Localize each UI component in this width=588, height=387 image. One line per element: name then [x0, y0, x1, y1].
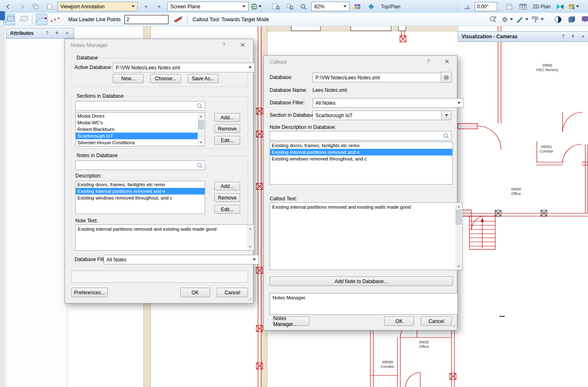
- help-icon[interactable]: ?: [44, 30, 50, 36]
- notes-search-input[interactable]: [75, 160, 205, 170]
- sheet-icon[interactable]: [504, 1, 515, 12]
- list-item-selected[interactable]: Existing internal partitions removed and…: [76, 188, 205, 195]
- navigation-diamond-icon[interactable]: [365, 1, 377, 12]
- section-add-button[interactable]: Add...: [214, 113, 240, 122]
- viewport-annotation-combo[interactable]: Viewport Annotation: [57, 2, 138, 11]
- zoom-icon[interactable]: [298, 1, 309, 12]
- note-text-scrollbar[interactable]: ▲ ▼: [247, 225, 253, 250]
- list-item[interactable]: Existing doors, frames, fanlights etc re…: [270, 142, 452, 149]
- scroll-down-icon[interactable]: ▼: [198, 139, 204, 145]
- max-leader-input[interactable]: 2: [124, 15, 169, 24]
- monitor-icon[interactable]: [580, 14, 588, 25]
- notes-manager-titlebar[interactable]: Notes Manager ? ✕: [65, 39, 253, 51]
- prev-annotation-icon[interactable]: [140, 1, 151, 12]
- database-filter-combo[interactable]: All Notes: [313, 98, 464, 108]
- fit-page-zoom-icon[interactable]: [270, 1, 282, 12]
- active-database-combo[interactable]: P:\VW Notes\Lees Notes.xml: [113, 63, 255, 72]
- fit-objects-zoom-icon[interactable]: [284, 1, 295, 12]
- zoom-level-combo[interactable]: 82%: [311, 2, 350, 11]
- plane-value: Screen Plane: [170, 4, 200, 10]
- close-icon[interactable]: ✕: [443, 58, 451, 65]
- list-item[interactable]: Modal Doors: [76, 113, 198, 119]
- choose-button[interactable]: Choose...: [150, 74, 181, 83]
- class-palette-icon[interactable]: [568, 1, 580, 12]
- eyedropper-icon[interactable]: [516, 14, 529, 25]
- cancel-button[interactable]: Cancel: [217, 288, 248, 297]
- list-item[interactable]: Existing doors, frames, fanlights etc re…: [76, 181, 205, 188]
- help-icon[interactable]: ?: [560, 34, 566, 39]
- close-icon[interactable]: ×: [580, 34, 586, 39]
- new-button[interactable]: New...: [113, 74, 144, 83]
- callout-text-area[interactable]: Existing internal partitions removed and…: [270, 202, 463, 270]
- resize-grip[interactable]: [247, 296, 252, 302]
- scroll-down-icon[interactable]: ▼: [455, 263, 462, 269]
- saved-views-icon[interactable]: [352, 1, 363, 12]
- callout-bubble-tool-button[interactable]: [3, 14, 15, 25]
- help-icon[interactable]: ?: [424, 58, 432, 64]
- section-in-database-field[interactable]: Scarborough IoT: [313, 111, 447, 120]
- next-annotation-icon[interactable]: [154, 1, 165, 12]
- utility-knife-icon[interactable]: [172, 14, 184, 25]
- keynote-tool-button[interactable]: [17, 14, 29, 25]
- grid-table-icon[interactable]: [517, 1, 529, 12]
- leader-line-mode-button[interactable]: [36, 14, 47, 25]
- section-remove-button[interactable]: Remove: [214, 124, 240, 133]
- ok-button[interactable]: OK: [384, 316, 414, 326]
- list-item[interactable]: Silvester House Conditions: [76, 139, 198, 146]
- list-item[interactable]: Existing windows removed throughout, and…: [270, 155, 452, 162]
- back-button[interactable]: [2, 1, 14, 12]
- database-settings-button[interactable]: [441, 72, 452, 83]
- add-note-to-database-button[interactable]: Add Note to Database...: [270, 276, 453, 286]
- preferences-button[interactable]: Preferences...: [71, 288, 108, 297]
- cube-icon[interactable]: [566, 14, 578, 25]
- list-item[interactable]: Modal WC's: [76, 119, 198, 126]
- document-icon[interactable]: [44, 1, 55, 12]
- render-bowtie-icon[interactable]: [554, 1, 566, 12]
- layers-icon[interactable]: [30, 1, 42, 12]
- snap-loupe-icon[interactable]: [251, 1, 262, 12]
- pin-icon[interactable]: [54, 30, 60, 36]
- ok-button[interactable]: OK: [180, 288, 210, 297]
- save-as-button[interactable]: Save As...: [188, 74, 218, 83]
- cancel-button[interactable]: Cancel: [421, 316, 452, 326]
- scroll-up-icon[interactable]: ▲: [455, 203, 462, 210]
- notes-manager-button[interactable]: Notes Manager...: [273, 316, 310, 326]
- leader-points-mode-button[interactable]: [50, 14, 61, 25]
- plane-combo[interactable]: Screen Plane: [167, 2, 248, 11]
- resize-grip[interactable]: [451, 323, 456, 329]
- pin-icon[interactable]: [570, 34, 576, 39]
- note-text-area[interactable]: Existing internal partitions removed and…: [75, 224, 254, 251]
- scroll-down-icon[interactable]: ▼: [247, 244, 253, 250]
- gear-icon[interactable]: [501, 14, 514, 25]
- database-filter-combo[interactable]: All Notes: [104, 255, 259, 264]
- section-dropdown-button[interactable]: [441, 111, 452, 120]
- sections-list-scrollbar[interactable]: ▲ ▼: [198, 113, 204, 145]
- callout-text-scrollbar[interactable]: ▲ ▼: [455, 203, 462, 269]
- visualization-palette-header[interactable]: Visualization - Cameras ? ×: [458, 31, 588, 42]
- note-edit-button[interactable]: Edit...: [214, 205, 240, 214]
- paint-roller-icon[interactable]: [531, 14, 544, 25]
- note-remove-button[interactable]: Remove: [214, 193, 240, 202]
- list-item[interactable]: Robert Blackburn: [76, 126, 198, 133]
- angle-icon[interactable]: [461, 1, 473, 12]
- forward-button[interactable]: [16, 1, 28, 12]
- list-item-selected[interactable]: Scarborough IoT: [76, 133, 198, 139]
- help-icon[interactable]: ?: [220, 42, 228, 48]
- scroll-up-icon[interactable]: ▲: [247, 225, 253, 232]
- sections-search-input[interactable]: [75, 101, 205, 111]
- note-description-search-input[interactable]: [270, 131, 452, 141]
- close-icon[interactable]: ✕: [238, 41, 247, 49]
- attributes-palette-header[interactable]: Attributes ? ×: [6, 28, 74, 39]
- wrench-magnifier-icon[interactable]: [487, 14, 499, 25]
- close-icon[interactable]: ×: [64, 30, 70, 36]
- list-item-selected[interactable]: Existing internal partitions removed and…: [270, 149, 452, 155]
- note-add-button[interactable]: Add...: [214, 182, 240, 190]
- angle-input[interactable]: 0.00°: [475, 2, 497, 11]
- list-item[interactable]: Existing windows removed throughout, and…: [76, 195, 205, 201]
- scroll-up-icon[interactable]: ▲: [198, 113, 204, 119]
- contrast-icon[interactable]: [552, 14, 564, 25]
- database-combo[interactable]: P:\VW Notes\Lees Notes.xml: [313, 73, 448, 82]
- dock-tab[interactable]: [0, 11, 5, 20]
- section-edit-button[interactable]: Edit...: [214, 136, 240, 145]
- callout-titlebar[interactable]: Callout ? ✕: [264, 56, 457, 67]
